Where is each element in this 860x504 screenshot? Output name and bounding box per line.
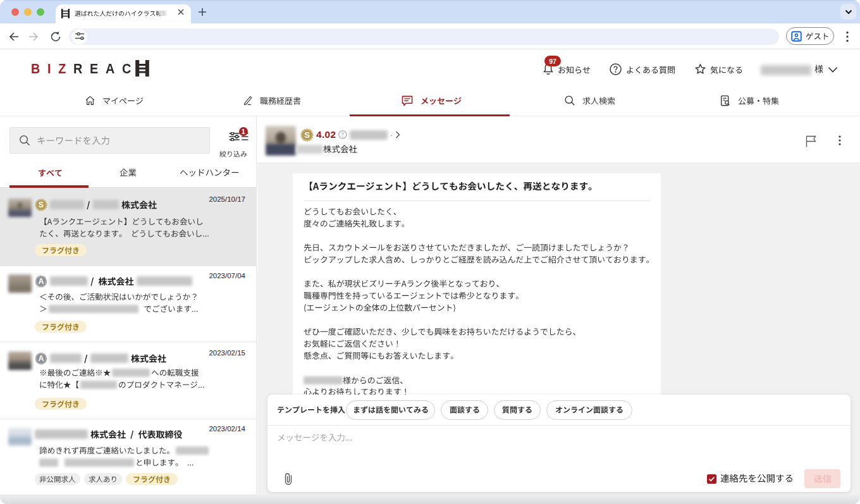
svg-text:A: A [38,354,44,363]
svg-text:A: A [38,277,44,286]
svg-text:S: S [304,130,310,140]
svg-text:S: S [39,200,44,209]
